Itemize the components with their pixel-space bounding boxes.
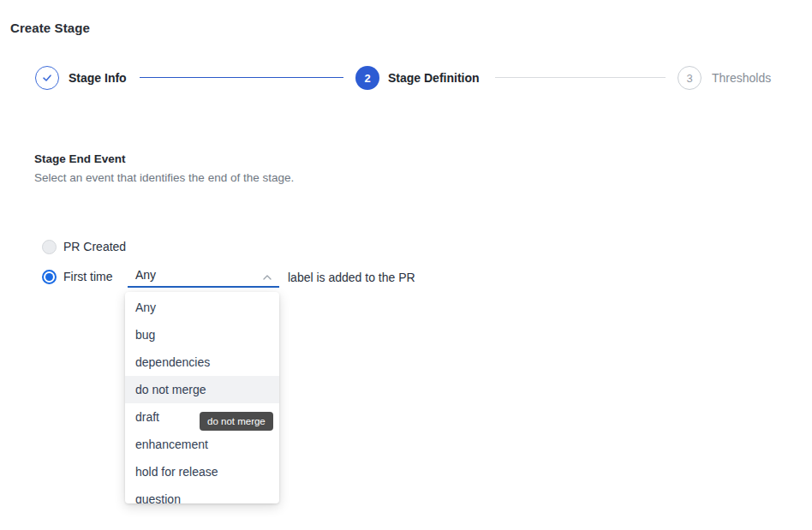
stepper-connector-2 <box>495 77 666 78</box>
step-1-label[interactable]: Stage Info <box>69 66 127 90</box>
dropdown-item-dependencies[interactable]: dependencies <box>125 348 279 376</box>
step-1-indicator[interactable] <box>35 66 59 90</box>
check-icon <box>41 72 53 84</box>
label-select-value: Any <box>135 268 156 282</box>
step-2-indicator[interactable]: 2 <box>355 66 379 90</box>
step-3-label[interactable]: Thresholds <box>712 66 771 90</box>
radio-option-pr-created[interactable]: PR Created <box>42 239 126 254</box>
section-heading: Stage End Event <box>34 152 126 165</box>
step-2-number: 2 <box>364 72 370 85</box>
dropdown-item-question[interactable]: question <box>125 485 279 503</box>
step-3-number: 3 <box>686 72 692 85</box>
page-title: Create Stage <box>10 21 90 35</box>
step-2-label[interactable]: Stage Definition <box>388 66 480 90</box>
radio-option-label: PR Created <box>63 240 126 253</box>
radio-option-first-time[interactable]: First time <box>42 269 113 284</box>
chevron-up-icon <box>262 271 272 281</box>
create-stage-dialog: Create Stage Stage Info 2 Stage Definiti… <box>0 0 812 530</box>
dropdown-item-bug[interactable]: bug <box>125 321 279 348</box>
step-3-indicator[interactable]: 3 <box>678 66 702 90</box>
label-select-suffix-text: label is added to the PR <box>288 271 415 284</box>
dropdown-item-hold-for-release[interactable]: hold for release <box>125 458 279 485</box>
radio-option-label: First time <box>63 270 113 283</box>
stepper: Stage Info 2 Stage Definition 3 Threshol… <box>0 66 812 90</box>
stepper-connector-1 <box>140 77 343 78</box>
label-select[interactable]: Any <box>128 264 279 288</box>
radio-unselected-icon[interactable] <box>42 240 57 254</box>
radio-dot <box>45 273 53 281</box>
radio-selected-icon[interactable] <box>42 270 57 284</box>
dropdown-item-do-not-merge[interactable]: do not merge <box>125 376 279 403</box>
section-description: Select an event that identifies the end … <box>34 171 294 184</box>
dropdown-item-any[interactable]: Any <box>125 294 279 321</box>
label-dropdown-panel: Any bug dependencies do not merge draft … <box>125 292 279 503</box>
tooltip: do not merge <box>200 412 273 431</box>
dropdown-item-enhancement[interactable]: enhancement <box>125 431 279 458</box>
